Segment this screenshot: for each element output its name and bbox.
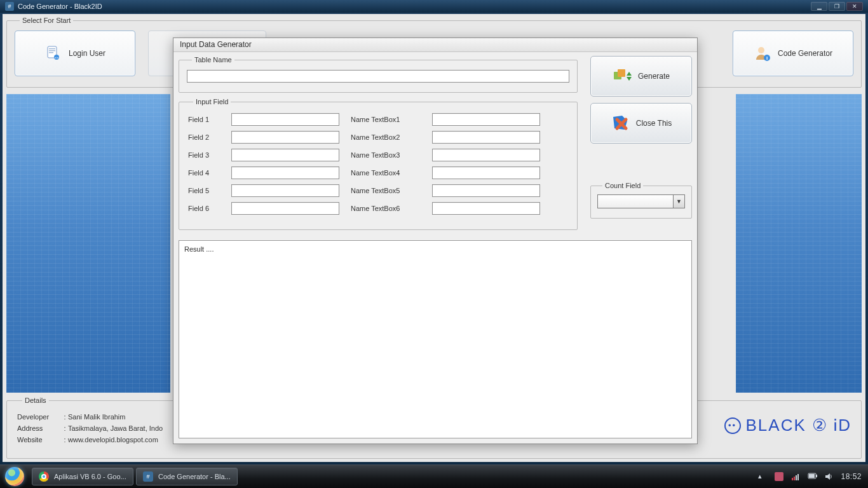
- taskbar-app-chrome[interactable]: Aplikasi VB 6.0 - Goo...: [32, 468, 133, 485]
- result-textarea[interactable]: [179, 240, 692, 438]
- textbox2-label: Name TextBox2: [351, 133, 421, 141]
- textbox6-label: Name TextBox6: [351, 205, 421, 212]
- input-field-legend: Input Field: [193, 98, 231, 105]
- close-icon: [611, 114, 630, 132]
- field6-input[interactable]: [231, 202, 339, 215]
- count-field-combobox[interactable]: ▼: [597, 194, 685, 208]
- field3-label: Field 3: [188, 151, 220, 159]
- decorative-right-panel: [736, 94, 862, 393]
- svg-rect-13: [796, 475, 797, 480]
- tray-chevron-icon[interactable]: ▴: [758, 472, 767, 481]
- count-field-legend: Count Field: [602, 182, 643, 189]
- textbox4-input[interactable]: [432, 166, 540, 179]
- field5-label: Field 5: [188, 187, 220, 194]
- svg-rect-10: [618, 69, 625, 77]
- svg-point-6: [758, 47, 764, 53]
- windows-orb-icon: [5, 467, 24, 486]
- input-data-generator-dialog: Input Data Generator Table Name Input Fi…: [173, 37, 698, 444]
- brand-logo: •• BLACK ② ᎥD: [724, 416, 852, 435]
- login-user-label: Login User: [69, 49, 105, 58]
- svg-rect-3: [49, 52, 53, 53]
- svg-rect-16: [816, 475, 817, 477]
- system-tray: ▴ 18:52: [752, 472, 868, 481]
- code-generator-label: Code Generator: [778, 49, 832, 58]
- table-name-legend: Table Name: [192, 56, 234, 64]
- textbox6-input[interactable]: [432, 202, 540, 215]
- smiley-icon: ••: [724, 417, 741, 434]
- website-label: Website: [17, 436, 62, 444]
- login-icon: <>: [44, 44, 62, 62]
- taskbar-app1-label: Aplikasi VB 6.0 - Goo...: [54, 473, 126, 480]
- tray-clock[interactable]: 18:52: [841, 472, 862, 481]
- app-taskbar-icon: #: [143, 471, 153, 482]
- login-user-button[interactable]: <> Login User: [15, 30, 135, 76]
- svg-rect-14: [797, 474, 799, 480]
- field1-label: Field 1: [188, 116, 220, 123]
- svg-rect-11: [792, 478, 793, 480]
- generate-icon: [613, 68, 632, 85]
- user-info-icon: i: [754, 44, 771, 62]
- start-button[interactable]: [0, 465, 29, 489]
- tray-volume-icon[interactable]: [824, 472, 833, 481]
- table-name-input[interactable]: [187, 70, 569, 83]
- svg-text:<>: <>: [54, 56, 59, 60]
- field5-input[interactable]: [231, 184, 339, 197]
- details-legend: Details: [22, 396, 49, 404]
- code-generator-button[interactable]: i Code Generator: [733, 30, 853, 76]
- maximize-button[interactable]: ❐: [829, 2, 845, 11]
- main-titlebar[interactable]: # Code Generator - Black2ID ▁ ❐ ✕: [0, 0, 868, 13]
- decorative-left-panel: [6, 94, 170, 393]
- field6-label: Field 6: [188, 205, 220, 212]
- field3-input[interactable]: [231, 149, 339, 161]
- tray-app-icon[interactable]: [775, 472, 783, 481]
- chrome-icon: [39, 471, 49, 482]
- field2-label: Field 2: [188, 133, 220, 141]
- close-button[interactable]: ✕: [846, 2, 863, 11]
- field4-label: Field 4: [188, 169, 220, 177]
- textbox1-label: Name TextBox1: [351, 116, 421, 123]
- address-label: Address: [17, 424, 62, 432]
- svg-rect-1: [49, 48, 55, 50]
- generate-label: Generate: [638, 72, 670, 81]
- input-field-group: Input Field Field 1 Name TextBox1 Field …: [179, 98, 578, 230]
- svg-rect-2: [49, 50, 55, 51]
- field2-input[interactable]: [231, 131, 339, 144]
- field4-input[interactable]: [231, 166, 339, 179]
- developer-label: Developer: [17, 413, 62, 421]
- app-icon: #: [5, 2, 14, 11]
- select-for-start-legend: Select For Start: [20, 17, 73, 24]
- textbox3-label: Name TextBox3: [351, 151, 421, 159]
- minimize-button[interactable]: ▁: [811, 2, 827, 11]
- svg-rect-17: [809, 474, 815, 478]
- svg-text:i: i: [766, 55, 768, 61]
- field1-input[interactable]: [231, 113, 339, 126]
- textbox5-label: Name TextBox5: [351, 187, 421, 194]
- brand-text: BLACK ② ᎥD: [746, 416, 852, 435]
- svg-rect-12: [794, 477, 795, 480]
- textbox5-input[interactable]: [432, 184, 540, 197]
- chevron-down-icon: ▼: [673, 195, 684, 208]
- taskbar-app-codegen[interactable]: # Code Generator - Bla...: [136, 468, 238, 485]
- textbox2-input[interactable]: [432, 131, 540, 144]
- textbox4-label: Name TextBox4: [351, 169, 421, 177]
- table-name-group: Table Name: [179, 56, 578, 93]
- tray-battery-icon[interactable]: [808, 472, 817, 481]
- taskbar: Aplikasi VB 6.0 - Goo... # Code Generato…: [0, 464, 868, 488]
- textbox3-input[interactable]: [432, 149, 540, 161]
- dialog-titlebar[interactable]: Input Data Generator: [173, 38, 697, 52]
- tray-network-icon[interactable]: [791, 472, 800, 481]
- window-title: Code Generator - Black2ID: [18, 3, 102, 10]
- close-this-label: Close This: [636, 119, 672, 128]
- count-field-group: Count Field ▼: [590, 182, 692, 219]
- close-this-button[interactable]: Close This: [590, 103, 692, 144]
- generate-button[interactable]: Generate: [590, 56, 692, 97]
- textbox1-input[interactable]: [432, 113, 540, 126]
- taskbar-app2-label: Code Generator - Bla...: [158, 473, 231, 480]
- dialog-title: Input Data Generator: [180, 40, 252, 49]
